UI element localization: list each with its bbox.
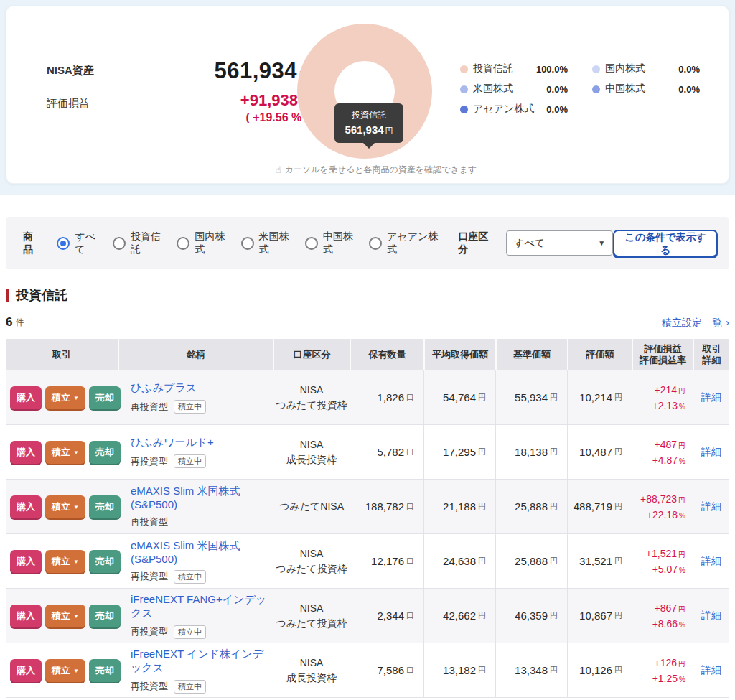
qty-cell: 2,344口 bbox=[350, 589, 423, 643]
account-cell: つみたてNISA bbox=[273, 480, 350, 533]
fund-name-link[interactable]: iFreeNEXT インド株インデックス bbox=[131, 648, 273, 675]
table-row: 購入 積立▼ 売却 iFreeNEXT インド株インデックス 再投資型積立中 N… bbox=[6, 643, 729, 698]
tsumitate-settings-link[interactable]: 積立設定一覧› bbox=[662, 316, 729, 330]
fund-name-link[interactable]: eMAXIS Slim 米国株式(S&P500) bbox=[131, 485, 273, 510]
nav-cell: 25,888円 bbox=[495, 534, 567, 588]
tsumitate-button[interactable]: 積立▼ bbox=[45, 550, 85, 573]
gain-cell: +1,521円 +5.07% bbox=[632, 534, 693, 588]
buy-button[interactable]: 購入 bbox=[10, 495, 42, 518]
pl-label: 評価損益 bbox=[47, 91, 154, 124]
detail-link[interactable]: 詳細 bbox=[701, 664, 721, 677]
radio-button-icon[interactable] bbox=[369, 237, 382, 250]
radio-button-icon[interactable] bbox=[113, 237, 126, 250]
radio-chugoku[interactable]: 中国株式 bbox=[305, 230, 357, 256]
tsumitate-button[interactable]: 積立▼ bbox=[45, 659, 85, 682]
tsumitate-badge: 積立中 bbox=[174, 400, 206, 414]
account-cell: NISAつみたて投資枠 bbox=[273, 589, 350, 643]
sell-button[interactable]: 売却 bbox=[89, 495, 121, 518]
buy-button[interactable]: 購入 bbox=[10, 605, 42, 627]
avg-price-cell: 42,662円 bbox=[423, 589, 495, 643]
detail-link[interactable]: 詳細 bbox=[701, 446, 721, 459]
account-cell: NISA成長投資枠 bbox=[273, 425, 350, 479]
detail-link[interactable]: 詳細 bbox=[701, 610, 721, 622]
table-row: 購入 積立▼ 売却 ひふみプラス 再投資型積立中 NISAつみたて投資枠 1,8… bbox=[6, 370, 729, 425]
caret-down-icon: ▼ bbox=[73, 668, 79, 674]
account-cell: NISA成長投資枠 bbox=[273, 643, 350, 697]
tsumitate-button[interactable]: 積立▼ bbox=[45, 495, 85, 518]
nav-cell: 55,934円 bbox=[495, 370, 567, 424]
legend-dot bbox=[592, 85, 600, 93]
tsumitate-badge: 積立中 bbox=[174, 570, 206, 584]
fund-name-link[interactable]: ひふみワールド+ bbox=[131, 436, 214, 449]
radio-all[interactable]: すべて bbox=[57, 230, 100, 256]
value-cell: 10,214円 bbox=[567, 370, 632, 424]
qty-cell: 5,782口 bbox=[350, 425, 423, 479]
fund-name-link[interactable]: eMAXIS Slim 米国株式(S&P500) bbox=[131, 539, 273, 565]
pl-percent: ( +19.56 % ) bbox=[154, 111, 309, 124]
value-cell: 10,867円 bbox=[567, 589, 632, 643]
detail-link[interactable]: 詳細 bbox=[701, 500, 721, 513]
fund-name-link[interactable]: ひふみプラス bbox=[131, 381, 197, 395]
table-row: 購入 積立▼ 売却 eMAXIS Slim 米国株式(S&P500) 再投資型 … bbox=[6, 480, 729, 534]
tsumitate-button[interactable]: 積立▼ bbox=[45, 605, 85, 627]
value-cell: 488,719円 bbox=[567, 480, 632, 533]
legend-dot bbox=[592, 65, 600, 73]
radio-toushin[interactable]: 投資信託 bbox=[113, 230, 164, 256]
buy-button[interactable]: 購入 bbox=[10, 550, 42, 573]
detail-link[interactable]: 詳細 bbox=[701, 391, 721, 404]
tsumitate-button[interactable]: 積立▼ bbox=[45, 386, 85, 409]
radio-beikoku[interactable]: 米国株式 bbox=[241, 230, 293, 256]
tsumitate-button[interactable]: 積立▼ bbox=[45, 441, 85, 464]
funds-table: 取引 銘柄 口座区分 保有数量 平均取得価額 基準価額 評価額 評価損益評価損益… bbox=[6, 339, 729, 698]
nisa-summary-card: NISA資産 561,934円 評価損益 +91,938円 ( +19.56 %… bbox=[6, 6, 729, 184]
radio-kokunai[interactable]: 国内株式 bbox=[177, 230, 228, 256]
account-type-select[interactable]: すべて ▼ bbox=[506, 230, 613, 256]
sell-button[interactable]: 売却 bbox=[89, 550, 121, 573]
legend-item-toushin: 投資信託 100.0% bbox=[460, 62, 568, 75]
avg-price-cell: 13,182円 bbox=[423, 643, 495, 697]
value-cell: 10,487円 bbox=[567, 425, 632, 479]
result-count: 6 bbox=[6, 315, 12, 330]
sell-button[interactable]: 売却 bbox=[89, 441, 121, 464]
caret-down-icon: ▼ bbox=[73, 449, 79, 456]
nav-cell: 46,359円 bbox=[495, 589, 567, 643]
gain-cell: +88,723円 +22.18% bbox=[632, 480, 693, 533]
buy-button[interactable]: 購入 bbox=[10, 441, 42, 464]
filter-bar: 商品 すべて 投資信託 国内株式 米国株式 中国株式 bbox=[6, 217, 729, 269]
sell-button[interactable]: 売却 bbox=[89, 386, 121, 409]
hint-text: カーソルを乗せると各商品の資産を確認できます bbox=[285, 164, 477, 176]
chart-hint: ☝ カーソルを乗せると各商品の資産を確認できます bbox=[265, 164, 487, 176]
buy-button[interactable]: 購入 bbox=[10, 659, 42, 682]
asset-label: NISA資産 bbox=[47, 58, 154, 84]
nisa-assets-page: NISA資産 561,934円 評価損益 +91,938円 ( +19.56 %… bbox=[0, 0, 735, 700]
account-type-label: 口座区分 bbox=[458, 230, 495, 256]
radio-button-icon[interactable] bbox=[241, 237, 254, 250]
nav-cell: 18,138円 bbox=[495, 425, 567, 479]
buy-button[interactable]: 購入 bbox=[10, 386, 42, 409]
caret-down-icon: ▼ bbox=[73, 395, 79, 401]
sell-button[interactable]: 売却 bbox=[89, 605, 121, 627]
sell-button[interactable]: 売却 bbox=[89, 659, 121, 682]
legend-item-kokunai: 国内株式 0.0% bbox=[592, 62, 700, 75]
legend-dot bbox=[460, 65, 468, 73]
caret-down-icon: ▼ bbox=[73, 504, 79, 510]
radio-button-icon[interactable] bbox=[57, 237, 70, 250]
avg-price-cell: 54,764円 bbox=[423, 370, 495, 424]
avg-price-cell: 17,295円 bbox=[423, 425, 495, 479]
radio-asean[interactable]: アセアン株式 bbox=[369, 230, 439, 256]
nav-cell: 25,888円 bbox=[495, 480, 567, 533]
detail-link[interactable]: 詳細 bbox=[701, 555, 721, 568]
account-cell: NISAつみたて投資枠 bbox=[273, 534, 350, 588]
nav-cell: 13,348円 bbox=[495, 643, 567, 697]
apply-filter-button[interactable]: この条件で表示する bbox=[613, 230, 718, 257]
qty-cell: 7,586口 bbox=[350, 643, 423, 697]
fund-type: 再投資型 bbox=[131, 401, 168, 414]
radio-button-icon[interactable] bbox=[177, 237, 189, 250]
section-title: 投資信託 bbox=[16, 286, 67, 304]
fund-type: 再投資型 bbox=[131, 625, 168, 638]
gain-cell: +126円 +1.25% bbox=[632, 643, 693, 697]
fund-type: 再投資型 bbox=[131, 455, 168, 468]
fund-name-link[interactable]: iFreeNEXT FANG+インデックス bbox=[131, 593, 273, 620]
radio-button-icon[interactable] bbox=[305, 237, 318, 250]
avg-price-cell: 24,638円 bbox=[423, 534, 495, 588]
